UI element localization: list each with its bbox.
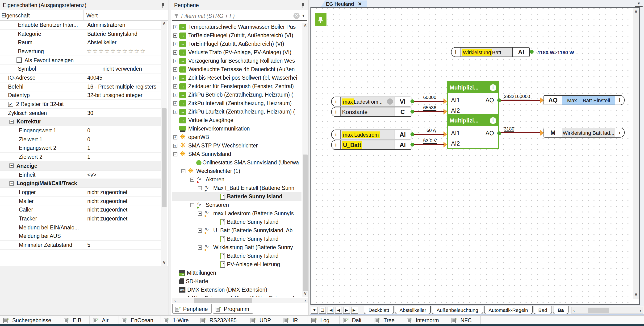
property-value[interactable]: 30 (84, 110, 161, 116)
scrollbar-thumb[interactable] (162, 108, 166, 207)
tree-item[interactable]: 1-Wire Extension 1 Klima (1-Wire Extensi… (172, 294, 302, 297)
sheet-scrollbar[interactable]: ‹ › (571, 307, 643, 314)
tree-item[interactable]: − Aktoren (172, 175, 302, 184)
tree-expander-icon[interactable]: + (173, 76, 178, 80)
pin-icon[interactable] (160, 2, 165, 8)
tree-item[interactable]: + Verluste Trafo (PV-Anlage, PV-Anlage) … (172, 48, 302, 56)
property-glyph-icon[interactable] (8, 102, 13, 107)
property-row[interactable]: Caller nicht zugeordnet (0, 206, 161, 214)
tree-expander-icon[interactable]: − (181, 169, 186, 173)
filter-dropdown-icon[interactable]: ▼ (302, 14, 305, 18)
tree-item[interactable]: + ZirkPu Betrieb (Zentralheizung, Heizra… (172, 90, 302, 99)
sheet-tab[interactable]: Automatik-Regeln (484, 306, 533, 314)
property-row[interactable]: Minimaler Zeitabstand 5 (0, 241, 161, 249)
info-icon[interactable]: i (332, 107, 341, 116)
scrollbar-thumb[interactable] (194, 298, 252, 303)
tab-list-dropdown-icon[interactable]: ▼ (635, 1, 642, 6)
property-row[interactable]: Einheit <v> (0, 170, 161, 179)
property-row[interactable]: Korrektur (0, 118, 161, 126)
sensor-block-wirkleistung-batt[interactable]: i Wirkleistung Batt AI (451, 47, 530, 57)
port-ai2[interactable]: AI2 (451, 140, 460, 147)
tree-expander-icon[interactable]: + (173, 144, 178, 148)
output-pill-wirkleistung-batt-lad[interactable]: M Wirkleistung Batt lad... i (544, 128, 625, 138)
tree-item[interactable]: DMX Extension (DMX Extension) (172, 286, 302, 294)
status-tab[interactable]: → Log (308, 316, 340, 325)
sheet-nav-button[interactable]: ▶| (351, 307, 358, 314)
filter-clear-icon[interactable]: ✕ (294, 13, 300, 19)
column-eigenschaft[interactable]: Eigenschaft (0, 10, 84, 20)
property-value[interactable]: <v> (84, 172, 161, 177)
property-row[interactable]: Als Favorit anzeigen (0, 56, 161, 65)
property-row[interactable]: Zielwert 1 0 (0, 135, 161, 144)
port-aq[interactable]: AQ (486, 130, 494, 137)
property-value[interactable]: nicht verwenden (84, 66, 161, 72)
tree-item[interactable]: Onlinestatus SMA SunnyIsland (Überwa (172, 158, 302, 167)
status-tab[interactable]: → NFC (448, 316, 481, 325)
tree-item[interactable]: Virtuelle Ausgänge (172, 116, 302, 124)
tree-expander-icon[interactable]: + (173, 135, 178, 139)
pin-icon[interactable] (300, 2, 305, 8)
tree-item[interactable]: − Max I_Batt Einstell (Batterie Sunn (172, 184, 302, 192)
tree-item[interactable]: Batterie Sunny Island (172, 252, 302, 260)
status-tab[interactable]: → Suchergebnisse (0, 316, 60, 325)
scroll-right-icon[interactable]: › (302, 298, 308, 303)
input-pill-max-ladestrom-ai[interactable]: i max Ladestrom AI (331, 130, 412, 140)
property-row[interactable]: 2 Register für 32-bit (0, 100, 161, 109)
scroll-down-icon[interactable]: ∨ (161, 260, 167, 266)
tree-item[interactable]: + Wandleuchte Terrasse 4h Dauerlicht (Au… (172, 65, 302, 73)
property-row[interactable]: Kategorie Batterie SunnyIsland (0, 29, 161, 38)
tree-item[interactable]: Batterie Sunny Island (172, 218, 302, 226)
function-block-multiplier-2[interactable]: Multiplizi... i AI1 AI2 AQ (447, 114, 499, 149)
tree-item[interactable]: − Wirkleistung Batt (Batterie Sunny (172, 243, 302, 252)
input-pill-u-batt[interactable]: i U_Batt AI (331, 140, 412, 150)
info-icon[interactable]: i (332, 97, 341, 106)
scroll-left-icon[interactable]: ‹ (172, 298, 178, 303)
status-tab[interactable]: → EnOcean (118, 316, 160, 325)
property-row[interactable]: Meldung bei AUS (0, 232, 161, 241)
sheet-nav-button[interactable]: ❏ (319, 307, 326, 314)
scrollbar-thumb[interactable] (588, 308, 608, 313)
tree-expander-icon[interactable]: − (198, 228, 202, 232)
tree-item[interactable]: + Zeitdauer für Fensterpush (Fenster, Ze… (172, 82, 302, 90)
property-row[interactable]: Logger nicht zugeordnet (0, 188, 161, 197)
tree-expander-icon[interactable]: + (173, 50, 178, 54)
panel-tab[interactable]: → Programm (213, 304, 253, 314)
tree-item[interactable]: Batterie Sunny Island (172, 235, 302, 243)
filter-input[interactable] (181, 13, 294, 19)
info-icon[interactable]: i (452, 48, 460, 56)
tree-expander-icon[interactable]: + (173, 101, 178, 105)
info-icon[interactable]: i (332, 140, 341, 149)
tree-item[interactable]: SD-Karte (172, 277, 302, 286)
tree-expander-icon[interactable]: − (173, 152, 178, 156)
property-glyph-icon[interactable] (10, 120, 14, 124)
tree-item[interactable]: − U_Batt (Batterie SunnyIsland, Ab (172, 226, 302, 235)
info-icon[interactable]: i (490, 84, 496, 91)
panel-tab[interactable]: → Peripherie (172, 304, 212, 314)
output-connector-dot[interactable] (497, 132, 501, 135)
input-pill-max-ladestrom-vi[interactable]: i max Ladestrom... ... VI (331, 97, 412, 107)
status-tab[interactable]: → Dali (340, 316, 371, 325)
property-row[interactable]: Datentyp 32-bit unsigned integer (0, 91, 161, 100)
property-value[interactable]: nicht zugeordnet (84, 198, 161, 204)
sheet-tab[interactable]: Bad (534, 306, 552, 314)
canvas-vertical-scrollbar[interactable]: ∧ ∨ (633, 8, 639, 299)
sheet-nav-button[interactable]: |◀ (327, 307, 334, 314)
tree-expander-icon[interactable]: − (198, 245, 202, 249)
property-glyph-icon[interactable] (10, 164, 14, 168)
tree-item[interactable]: − Wechselrichter (1) (172, 167, 302, 175)
property-value[interactable]: 0 (84, 137, 161, 142)
tree-item[interactable]: + Verzögerung für Beschattung Rollladen … (172, 56, 302, 65)
tree-item[interactable]: + ZirkPu Laufzeit (Zentralheizung, Heizr… (172, 107, 302, 116)
property-row[interactable]: Zyklisch senden 30 (0, 109, 161, 118)
more-options-icon[interactable]: ... (387, 98, 393, 105)
tree-item[interactable]: − SMA SunnyIsland (172, 150, 302, 158)
close-icon[interactable]: ✕ (358, 1, 362, 6)
output-pill-max-i-batt-einstell[interactable]: AQ Max I_Batt Einstell i (544, 95, 625, 105)
column-wert[interactable]: Wert (84, 12, 168, 18)
scroll-down-icon[interactable]: ∨ (302, 291, 308, 297)
tree-expander-icon[interactable]: + (173, 110, 178, 114)
properties-vertical-scrollbar[interactable]: ∧ ∨ (161, 21, 167, 266)
tree-expander-icon[interactable]: + (173, 33, 178, 37)
property-row[interactable]: Tracker nicht zugeordnet (0, 214, 161, 223)
port-aq[interactable]: AQ (486, 97, 494, 104)
